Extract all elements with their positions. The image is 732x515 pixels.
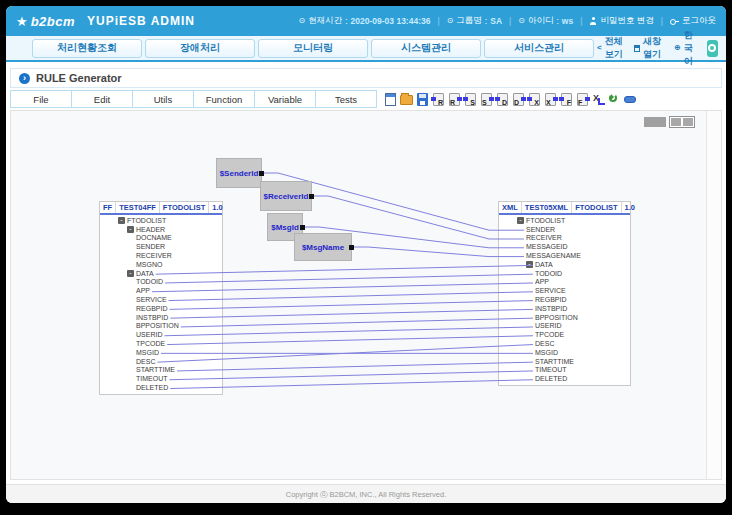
canvas-scrollbar[interactable] — [706, 111, 721, 479]
tree-node[interactable]: STARTTIME — [100, 366, 222, 375]
nav-tab-처리현황조회[interactable]: 처리현황조회 — [32, 39, 142, 58]
menu-variable[interactable]: Variable — [254, 90, 316, 108]
tree-node[interactable]: STARTTIME — [499, 357, 630, 366]
tree-node[interactable]: APP — [499, 278, 630, 287]
tree-node[interactable]: -FTODOLIST — [499, 216, 630, 225]
doc-f-in-icon[interactable]: F — [559, 92, 574, 107]
tree-toggle-icon[interactable]: - — [127, 226, 134, 233]
minimap-viewport[interactable] — [669, 116, 695, 128]
tree-node[interactable]: SENDER — [499, 225, 630, 234]
variable-box[interactable]: $ReceiverId — [260, 181, 312, 211]
variable-box[interactable]: $MsgName — [294, 233, 352, 261]
doc-s-in-icon[interactable]: S — [463, 92, 478, 107]
tree-node[interactable]: MSGID — [499, 348, 630, 357]
tree-node[interactable]: BPPOSITION — [499, 313, 630, 322]
doc-x-in-icon[interactable]: X — [527, 92, 542, 107]
tree-node[interactable]: TPCODE — [100, 339, 222, 348]
id-icon: ⊙ — [518, 17, 525, 25]
tree-node[interactable]: TIMEOUT — [100, 374, 222, 383]
settings-button[interactable] — [707, 40, 718, 57]
tree-node[interactable]: TODOID — [499, 269, 630, 278]
tree-node-label: APP — [535, 278, 549, 285]
tree-node[interactable]: INSTBPID — [100, 313, 222, 322]
tree-node-label: MSGID — [136, 349, 159, 356]
tree-node-label: DELETED — [535, 375, 567, 382]
tree-node[interactable]: REGBPID — [499, 295, 630, 304]
utility-globe[interactable]: ⊕한국어 — [674, 29, 698, 68]
nav-tab-장애처리[interactable]: 장애처리 — [145, 39, 255, 58]
doc-r-in-icon[interactable]: R — [431, 92, 446, 107]
tree-node[interactable]: MESSAGEID — [499, 242, 630, 251]
panel-tab[interactable]: FTODOLIST — [572, 202, 621, 213]
menu-function[interactable]: Function — [193, 90, 255, 108]
menu-utils[interactable]: Utils — [132, 90, 194, 108]
tree-node[interactable]: MESSAGENAME — [499, 251, 630, 260]
tree-toggle-icon[interactable]: - — [526, 261, 533, 268]
nav-tab-모니터링[interactable]: 모니터링 — [258, 39, 368, 58]
tree-node[interactable]: -DATA — [499, 260, 630, 269]
doc-d-in-icon[interactable]: D — [495, 92, 510, 107]
tree-node[interactable]: DESC — [499, 339, 630, 348]
panel-tab[interactable]: XML — [499, 202, 522, 213]
variable-box[interactable]: $SenderId — [216, 158, 262, 188]
refresh-icon[interactable] — [607, 92, 622, 107]
tree-node[interactable]: BPPOSITION — [100, 322, 222, 331]
capsule-icon[interactable] — [623, 92, 638, 107]
tree-node[interactable]: RECEIVER — [499, 234, 630, 243]
blue-square — [559, 97, 564, 101]
logout-button[interactable]: 로그아웃 — [670, 15, 716, 27]
tree-node[interactable]: USERID — [100, 330, 222, 339]
panel-tab[interactable]: 1.0 — [209, 202, 225, 213]
tree-node[interactable]: -HEADER — [100, 225, 222, 234]
nav-tab-시스템관리[interactable]: 시스템관리 — [371, 39, 481, 58]
tree-node[interactable]: TPCODE — [499, 330, 630, 339]
tree-node[interactable]: SERVICE — [499, 286, 630, 295]
tree-node[interactable]: APP — [100, 286, 222, 295]
utility-share[interactable]: <전체보기 — [597, 35, 625, 61]
tree-node[interactable]: TIMEOUT — [499, 366, 630, 375]
doc-s-out-icon[interactable]: S — [479, 92, 494, 107]
menu-edit[interactable]: Edit — [71, 90, 133, 108]
tree-node[interactable]: DELETED — [499, 374, 630, 383]
tree-node[interactable]: MSGNO — [100, 260, 222, 269]
new-window-icon[interactable] — [383, 92, 398, 107]
panel-tabs: FFTEST04FFFTODOLIST1.0 — [100, 202, 222, 215]
tree-node[interactable]: SERVICE — [100, 295, 222, 304]
change-password-button[interactable]: 비밀번호 변경 — [589, 15, 653, 27]
utility-window[interactable]: 새창열기 — [634, 35, 665, 61]
tree-toggle-icon[interactable]: - — [127, 270, 134, 277]
panel-tab[interactable]: FTODOLIST — [160, 202, 209, 213]
tree-node[interactable]: MSGID — [100, 348, 222, 357]
tree-node[interactable]: DOCNAME — [100, 234, 222, 243]
tree-node[interactable]: INSTBPID — [499, 304, 630, 313]
panel-tab[interactable]: 1.0 — [622, 202, 638, 213]
target-tree-panel: XMLTEST05XMLFTODOLIST1.0-FTODOLISTSENDER… — [498, 201, 631, 386]
doc-f-out-icon[interactable]: F — [575, 92, 590, 107]
panel-tab[interactable]: FF — [100, 202, 116, 213]
tree-node[interactable]: REGBPID — [100, 304, 222, 313]
tree-node[interactable]: -DATA — [100, 269, 222, 278]
save-icon[interactable] — [415, 92, 430, 107]
tree-toggle-icon[interactable]: - — [517, 217, 524, 224]
tree-node[interactable]: RECEIVER — [100, 251, 222, 260]
tree-node[interactable]: DESC — [100, 357, 222, 366]
nav-tab-서비스관리[interactable]: 서비스관리 — [484, 39, 594, 58]
tree-node-label: FTODOLIST — [526, 217, 565, 224]
tree-node[interactable]: -FTODOLIST — [100, 216, 222, 225]
tree-node[interactable]: SENDER — [100, 242, 222, 251]
tree-node[interactable]: TODOID — [100, 278, 222, 287]
logo-text: b2bcm — [31, 14, 75, 29]
menu-tests[interactable]: Tests — [315, 90, 377, 108]
doc-x-out-icon[interactable]: X — [543, 92, 558, 107]
tree-node-label: DESC — [136, 358, 155, 365]
doc-d-out-icon[interactable]: D — [511, 92, 526, 107]
tree-toggle-icon[interactable]: - — [118, 217, 125, 224]
doc-r-out-icon[interactable]: R — [447, 92, 462, 107]
panel-tab[interactable]: TEST04FF — [116, 202, 160, 213]
panel-tab[interactable]: TEST05XML — [522, 202, 572, 213]
tree-node[interactable]: USERID — [499, 322, 630, 331]
open-folder-icon[interactable] — [399, 92, 414, 107]
tree-node[interactable]: DELETED — [100, 383, 222, 392]
xquery-icon[interactable]: X — [591, 92, 606, 107]
menu-file[interactable]: File — [10, 90, 72, 108]
